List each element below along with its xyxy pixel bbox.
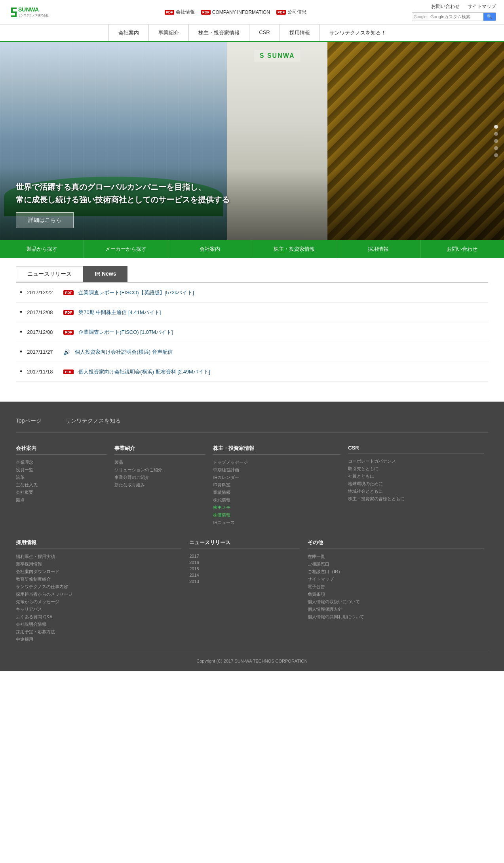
- footer-link-other-6[interactable]: 免責条項: [308, 591, 484, 597]
- header-right: お問い合わせ サイトマップ Google 🔍: [412, 3, 496, 21]
- news-link-1[interactable]: 企業調査レポート(FISCO)【英語版】[572kバイト]: [78, 289, 194, 296]
- footer-link-rec-3[interactable]: 会社案内ダウンロード: [16, 569, 181, 575]
- search-input[interactable]: [428, 13, 483, 20]
- nav-item-csr[interactable]: CSR: [249, 25, 280, 41]
- tab-ir-news[interactable]: IR News: [83, 266, 127, 282]
- footer-link-news-5[interactable]: 2013: [189, 579, 300, 584]
- news-link-4[interactable]: 個人投資家向け会社説明会(横浜) 音声配信: [75, 349, 172, 356]
- pdf-link-2[interactable]: PDF COMPANY INFORMATION: [201, 10, 270, 15]
- footer-col-company-title: 会社案内: [16, 445, 107, 455]
- green-nav-ir[interactable]: 株主・投資家情報: [252, 240, 336, 258]
- footer-link-ir-7[interactable]: 株主メモ: [213, 505, 340, 511]
- contact-link[interactable]: お問い合わせ: [431, 3, 460, 10]
- footer-link-csr-1[interactable]: コーポレートガバナンス: [348, 458, 484, 464]
- search-button[interactable]: 🔍: [483, 13, 496, 21]
- footer-link-biz-4[interactable]: 新たな取り組み: [114, 482, 205, 488]
- footer-link-biz-2[interactable]: ソリューションのご紹介: [114, 467, 205, 473]
- footer-col-business: 事業紹介 製品 ソリューションのご紹介 事業分野のご紹介 新たな取り組み: [114, 445, 209, 527]
- footer-link-company-3[interactable]: 沿革: [16, 474, 107, 480]
- news-link-3[interactable]: 企業調査レポート(FISCO) [1.07Mバイト]: [78, 329, 173, 336]
- footer-link-rec-5[interactable]: サンワテクノスの仕事内容: [16, 584, 181, 590]
- green-nav-makers[interactable]: メーカーから探す: [84, 240, 168, 258]
- sitemap-link[interactable]: サイトマップ: [468, 3, 496, 10]
- footer-link-biz-3[interactable]: 事業分野のご紹介: [114, 474, 205, 480]
- footer-link-ir-6[interactable]: 株式情報: [213, 497, 340, 503]
- footer-link-ir-8[interactable]: 株価情報: [213, 512, 340, 518]
- footer-link-company-2[interactable]: 役員一覧: [16, 467, 107, 473]
- footer-link-company-1[interactable]: 企業理念: [16, 459, 107, 465]
- logo[interactable]: SUNWA サンワテクノス株式会社: [8, 4, 59, 20]
- footer-link-rec-2[interactable]: 新卒採用情報: [16, 561, 181, 567]
- footer-link-rec-7[interactable]: 先輩からのメッセージ: [16, 599, 181, 605]
- footer-col-csr: CSR コーポレートガバナンス 取引先とともに 社員とともに 地球環境のために …: [348, 445, 488, 527]
- pdf-link-3[interactable]: PDF 公司信息: [276, 9, 306, 15]
- footer-link-other-1[interactable]: 在庫一覧: [308, 554, 484, 560]
- footer-link-rec-8[interactable]: キャリアパス: [16, 606, 181, 612]
- footer-col-recruit: 採用情報 福利厚生・採用実績 新卒採用情報 会社案内ダウンロード 教育研修制度紹…: [16, 539, 185, 644]
- footer-link-rec-9[interactable]: よくある質問 Q&A: [16, 614, 181, 620]
- footer-link-csr-3[interactable]: 社員とともに: [348, 473, 484, 479]
- footer-copyright: Copyright (C) 2017 SUN-WA TECHNOS CORPOR…: [16, 652, 488, 663]
- pdf-badge-1: PDF: [165, 10, 174, 15]
- footer-link-ir-9[interactable]: IRニュース: [213, 520, 340, 526]
- hero-detail-button[interactable]: 詳細はこちら: [16, 212, 74, 228]
- nav-item-company[interactable]: 会社案内: [108, 25, 149, 41]
- news-audio-icon: 🔊: [63, 349, 70, 355]
- footer-link-company-4[interactable]: 主な仕入先: [16, 482, 107, 488]
- nav-item-business[interactable]: 事業紹介: [149, 25, 189, 41]
- hero-dot-2[interactable]: [494, 132, 498, 136]
- news-link-2[interactable]: 第70期 中間株主通信 [4.41Mバイト]: [78, 309, 161, 316]
- hero-overlay: 世界で活躍する真のグローバルカンパニーを目指し、 常に成長し続ける強い技術商社と…: [0, 169, 504, 240]
- footer-top-link[interactable]: Topページ: [16, 417, 42, 425]
- nav-item-recruit[interactable]: 採用情報: [280, 25, 320, 41]
- footer-link-other-4[interactable]: サイトマップ: [308, 576, 484, 582]
- footer-link-rec-12[interactable]: 中途採用: [16, 636, 181, 642]
- hero-dot-3[interactable]: [494, 139, 498, 143]
- footer-link-rec-11[interactable]: 採用予定・応募方法: [16, 629, 181, 635]
- footer-link-other-8[interactable]: 個人情報保護方針: [308, 606, 484, 612]
- green-nav-contact[interactable]: お問い合わせ: [420, 240, 504, 258]
- nav-item-ir[interactable]: 株主・投資家情報: [189, 25, 249, 41]
- hero-dot-5[interactable]: [494, 153, 498, 157]
- footer-link-ir-5[interactable]: 業績情報: [213, 490, 340, 495]
- footer-link-news-4[interactable]: 2014: [189, 573, 300, 577]
- footer-sanwa-know-link[interactable]: サンワテクノスを知る: [65, 417, 121, 425]
- footer-link-company-5[interactable]: 会社概要: [16, 490, 107, 495]
- footer-link-csr-4[interactable]: 地球環境のために: [348, 481, 484, 487]
- pdf-badge-3: PDF: [276, 10, 286, 15]
- footer-link-csr-2[interactable]: 取引先とともに: [348, 466, 484, 472]
- hero-dot-4[interactable]: [494, 146, 498, 150]
- news-bullet-3: •: [20, 328, 22, 336]
- green-nav-products[interactable]: 製品から探す: [0, 240, 84, 258]
- footer-link-ir-4[interactable]: IR資料室: [213, 482, 340, 488]
- footer-link-news-2[interactable]: 2016: [189, 560, 300, 565]
- tab-news-release[interactable]: ニュースリリース: [16, 266, 83, 282]
- footer-link-csr-6[interactable]: 株主・投資家の皆様とともに: [348, 496, 484, 502]
- footer-col-other: その他 在庫一覧 ご相談窓口 ご相談窓口（IR） サイトマップ 電子公告 免責条…: [308, 539, 488, 644]
- footer-link-other-3[interactable]: ご相談窓口（IR）: [308, 569, 484, 575]
- green-nav-company[interactable]: 会社案内: [168, 240, 252, 258]
- footer-link-ir-2[interactable]: 中期経営計画: [213, 467, 340, 473]
- footer-link-biz-1[interactable]: 製品: [114, 459, 205, 465]
- footer-link-company-6[interactable]: 拠点: [16, 497, 107, 503]
- footer-link-news-1[interactable]: 2017: [189, 554, 300, 558]
- news-link-5[interactable]: 個人投資家向け会社説明会(横浜) 配布資料 [2.49Mバイト]: [78, 368, 210, 375]
- footer-link-rec-6[interactable]: 採用担当者からのメッセージ: [16, 591, 181, 597]
- footer-link-rec-4[interactable]: 教育研修制度紹介: [16, 576, 181, 582]
- nav-item-know[interactable]: サンワテクノスを知る！: [320, 25, 396, 41]
- footer-link-rec-1[interactable]: 福利厚生・採用実績: [16, 554, 181, 560]
- footer-col-company: 会社案内 企業理念 役員一覧 沿革 主な仕入先 会社概要 拠点: [16, 445, 110, 527]
- footer-col-ir-title: 株主・投資家情報: [213, 445, 340, 455]
- footer-link-other-7[interactable]: 個人情報の取扱いについて: [308, 599, 484, 605]
- hero-dot-1[interactable]: [494, 125, 498, 129]
- footer-link-rec-10[interactable]: 会社説明会情報: [16, 621, 181, 627]
- footer-link-other-5[interactable]: 電子公告: [308, 584, 484, 590]
- footer-link-csr-5[interactable]: 地域社会とともに: [348, 488, 484, 494]
- footer-link-ir-1[interactable]: トップメッセージ: [213, 459, 340, 465]
- footer-link-other-2[interactable]: ご相談窓口: [308, 561, 484, 567]
- footer-link-news-3[interactable]: 2015: [189, 566, 300, 571]
- pdf-link-1[interactable]: PDF 会社情報: [165, 9, 195, 15]
- green-nav-recruit[interactable]: 採用情報: [336, 240, 420, 258]
- footer-link-other-9[interactable]: 個人情報の共同利用について: [308, 614, 484, 620]
- footer-link-ir-3[interactable]: IRカレンダー: [213, 474, 340, 480]
